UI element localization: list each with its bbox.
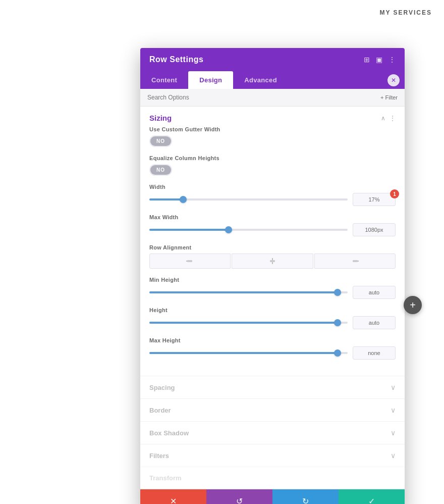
- max-height-slider-row: none: [149, 346, 396, 360]
- min-height-slider-row: auto: [149, 286, 396, 299]
- min-height-value: auto: [353, 286, 396, 299]
- min-height-setting: Min Height auto: [149, 277, 396, 299]
- box-shadow-section[interactable]: Box Shadow ∨: [140, 421, 405, 444]
- responsive-icon[interactable]: ⊞: [364, 56, 370, 64]
- collapse-icon[interactable]: ∧: [381, 115, 385, 122]
- equalize-heights-label: Equalize Column Heights: [149, 155, 396, 161]
- box-shadow-label: Box Shadow: [149, 429, 189, 437]
- custom-gutter-setting: Use Custom Gutter Width NO: [149, 126, 396, 147]
- border-label: Border: [149, 407, 171, 414]
- width-slider-track[interactable]: [149, 198, 348, 200]
- align-right-button[interactable]: [314, 254, 396, 269]
- filters-label: Filters: [149, 452, 169, 460]
- svg-rect-0: [187, 260, 192, 262]
- min-height-label: Min Height: [149, 277, 396, 283]
- max-height-value: none: [353, 346, 396, 360]
- min-height-slider-track[interactable]: [149, 291, 348, 293]
- max-height-slider-fill: [149, 352, 338, 354]
- transform-label: Transform: [149, 474, 182, 482]
- row-alignment-label: Row Alignment: [149, 244, 396, 250]
- modal-header: Row Settings ⊞ ▣ ⋮: [140, 48, 405, 71]
- sizing-section-header: Sizing ∧ ⋮: [140, 107, 405, 126]
- spacing-chevron-icon: ∨: [391, 383, 396, 391]
- modal-close-button[interactable]: ✕: [387, 74, 400, 86]
- transform-section[interactable]: Transform: [140, 467, 405, 489]
- max-width-value: 1080px: [353, 223, 396, 236]
- max-width-slider-track[interactable]: [149, 229, 348, 231]
- tab-advanced[interactable]: Advanced: [233, 71, 288, 89]
- align-left-button[interactable]: [149, 254, 231, 269]
- modal-tabs: Content Design Advanced ✕: [140, 71, 405, 89]
- max-width-label: Max Width: [149, 214, 396, 220]
- height-slider-row: auto: [149, 316, 396, 329]
- svg-rect-2: [270, 260, 275, 262]
- box-shadow-chevron-icon: ∨: [391, 429, 396, 437]
- equalize-heights-no[interactable]: NO: [150, 165, 171, 175]
- equalize-heights-toggle[interactable]: NO: [149, 164, 172, 176]
- modal-title: Row Settings: [149, 55, 203, 64]
- alignment-buttons: [149, 254, 396, 269]
- spacing-label: Spacing: [149, 384, 175, 391]
- max-height-label: Max Height: [149, 337, 396, 343]
- filters-section[interactable]: Filters ∨: [140, 444, 405, 467]
- max-width-slider-fill: [149, 229, 229, 231]
- width-setting: Width 17% 1: [149, 184, 396, 206]
- row-settings-modal: Row Settings ⊞ ▣ ⋮ Content Design Advanc…: [140, 48, 405, 504]
- max-width-setting: Max Width 1080px: [149, 214, 396, 236]
- max-height-slider-thumb[interactable]: [334, 349, 341, 357]
- sizing-title: Sizing: [149, 114, 172, 122]
- filter-button[interactable]: + Filter: [380, 94, 398, 100]
- height-slider-track[interactable]: [149, 322, 348, 324]
- tab-design[interactable]: Design: [188, 71, 233, 89]
- tab-content[interactable]: Content: [140, 71, 188, 89]
- equalize-heights-setting: Equalize Column Heights NO: [149, 155, 396, 176]
- section-more-icon[interactable]: ⋮: [390, 115, 396, 122]
- height-setting: Height auto: [149, 307, 396, 329]
- modal-body: Sizing ∧ ⋮ Use Custom Gutter Width NO Eq…: [140, 107, 405, 489]
- sizing-section-icons: ∧ ⋮: [381, 115, 396, 122]
- add-button[interactable]: +: [404, 296, 422, 314]
- align-center-button[interactable]: [232, 254, 313, 269]
- spacing-section[interactable]: Spacing ∨: [140, 376, 405, 398]
- height-value: auto: [353, 316, 396, 329]
- reset-button[interactable]: ↺: [206, 489, 272, 504]
- redo-button[interactable]: ↻: [272, 489, 339, 504]
- width-slider-thumb[interactable]: [180, 196, 187, 203]
- width-value-text: 17%: [368, 196, 379, 203]
- save-button[interactable]: ✓: [339, 489, 405, 504]
- cancel-button[interactable]: ✕: [140, 489, 206, 504]
- width-slider-fill: [149, 198, 183, 200]
- max-height-value-text: none: [368, 350, 380, 356]
- svg-rect-5: [353, 260, 358, 262]
- settings-content: Use Custom Gutter Width NO Equalize Colu…: [140, 126, 405, 376]
- my-services-label: MY SERVICES: [379, 9, 432, 16]
- top-navigation: MY SERVICES: [367, 0, 444, 25]
- max-height-slider-track[interactable]: [149, 352, 348, 354]
- width-slider-row: 17% 1: [149, 193, 396, 206]
- width-value: 17% 1: [353, 193, 396, 206]
- custom-gutter-toggle[interactable]: NO: [149, 135, 172, 147]
- max-height-setting: Max Height none: [149, 337, 396, 360]
- search-bar: + Filter: [140, 89, 405, 107]
- layout-icon[interactable]: ▣: [376, 56, 382, 64]
- width-label: Width: [149, 184, 396, 190]
- height-label: Height: [149, 307, 396, 313]
- width-badge: 1: [390, 189, 399, 198]
- row-alignment-setting: Row Alignment: [149, 244, 396, 269]
- modal-footer: ✕ ↺ ↻ ✓: [140, 489, 405, 504]
- min-height-slider-thumb[interactable]: [334, 289, 341, 296]
- border-chevron-icon: ∨: [391, 406, 396, 414]
- modal-header-icons: ⊞ ▣ ⋮: [364, 56, 396, 64]
- min-height-value-text: auto: [369, 289, 379, 295]
- border-section[interactable]: Border ∨: [140, 398, 405, 421]
- height-slider-thumb[interactable]: [334, 319, 341, 326]
- filters-chevron-icon: ∨: [391, 451, 396, 460]
- custom-gutter-no[interactable]: NO: [150, 136, 171, 146]
- custom-gutter-label: Use Custom Gutter Width: [149, 126, 396, 132]
- max-width-slider-thumb[interactable]: [225, 226, 232, 233]
- height-slider-fill: [149, 322, 338, 324]
- more-icon[interactable]: ⋮: [388, 56, 396, 64]
- height-value-text: auto: [369, 320, 379, 326]
- max-width-slider-row: 1080px: [149, 223, 396, 236]
- search-input[interactable]: [147, 94, 380, 101]
